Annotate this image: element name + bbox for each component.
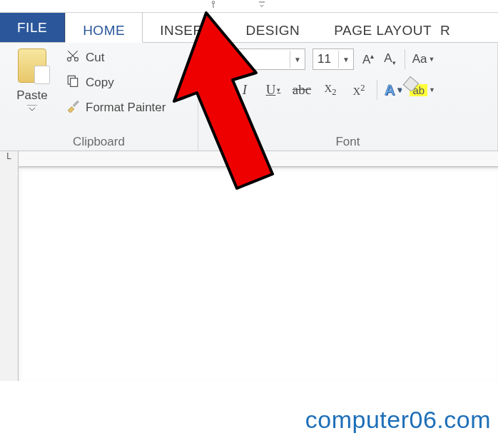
watermark-text: computer06.com (305, 406, 491, 434)
vertical-ruler[interactable] (0, 167, 19, 381)
superscript-button[interactable]: X2 (348, 83, 370, 98)
tab-file[interactable]: FILE (0, 13, 65, 42)
cut-button[interactable]: Cut (66, 49, 166, 66)
tab-references-partial[interactable]: R (436, 13, 450, 42)
chevron-down-icon: ▼ (429, 86, 435, 93)
grow-font-button[interactable]: A▴ (361, 52, 375, 67)
italic-button[interactable]: I (234, 82, 255, 98)
quick-access-toolbar (0, 0, 498, 13)
font-group-label: Font (205, 132, 490, 149)
highlighter-icon: ab (410, 84, 427, 96)
svg-rect-4 (71, 78, 78, 87)
document-area (0, 167, 498, 381)
paste-label: Paste (16, 88, 47, 103)
tab-page-layout[interactable]: PAGE LAYOUT (317, 13, 436, 42)
strikethrough-button[interactable]: abc (291, 82, 312, 98)
touch-mode-icon[interactable] (207, 0, 220, 12)
paintbrush-icon (66, 98, 80, 116)
change-case-button[interactable]: Aa ▼ (412, 52, 435, 66)
highlight-button[interactable]: ab ▼ (410, 84, 435, 96)
format-painter-button[interactable]: Format Painter (66, 98, 166, 116)
group-clipboard: Paste Cut Copy (0, 43, 198, 151)
paste-icon (18, 49, 46, 83)
chevron-down-icon: ▼ (396, 86, 402, 93)
page-canvas[interactable] (19, 167, 498, 381)
svg-point-0 (212, 1, 215, 4)
separator (405, 49, 405, 69)
ruler-area: L (0, 151, 498, 167)
bold-button[interactable]: B (205, 82, 227, 98)
chevron-down-icon: ▼ (428, 56, 435, 63)
qat-dropdown-icon[interactable] (255, 0, 268, 12)
format-painter-label: Format Painter (86, 101, 166, 115)
font-size-value: 11 (313, 51, 339, 68)
tab-stop-selector[interactable]: L (0, 151, 19, 167)
chevron-down-icon: ▾ (277, 86, 280, 93)
tab-design[interactable]: DESIGN (228, 13, 317, 42)
copy-button[interactable]: Copy (66, 73, 166, 91)
cut-label: Cut (86, 51, 104, 65)
ribbon-tabs: FILE HOME INSERT DESIGN PAGE LAYOUT R (0, 13, 498, 43)
subscript-button[interactable]: X2 (320, 83, 341, 98)
copy-icon (66, 73, 80, 91)
horizontal-ruler[interactable] (19, 151, 498, 167)
copy-label: Copy (86, 76, 114, 90)
tab-insert[interactable]: INSERT (143, 13, 228, 42)
tab-home[interactable]: HOME (65, 13, 143, 43)
font-name-combo[interactable]: ew Ro ▼ (205, 49, 305, 70)
underline-button[interactable]: U ▾ (263, 82, 284, 98)
chevron-down-icon[interactable]: ▼ (290, 56, 305, 63)
font-name-value: ew Ro (206, 51, 290, 68)
clipboard-group-label: Clipboard (7, 132, 190, 149)
scissors-icon (66, 49, 80, 66)
font-size-combo[interactable]: 11 ▼ (312, 49, 354, 70)
text-effects-button[interactable]: A ▼ (385, 82, 402, 98)
separator (377, 80, 377, 100)
paste-button[interactable]: Paste (7, 47, 57, 112)
paste-dropdown-icon[interactable] (26, 103, 39, 112)
ribbon: Paste Cut Copy (0, 43, 498, 151)
chevron-down-icon[interactable]: ▼ (339, 56, 353, 63)
group-font: ew Ro ▼ 11 ▼ A▴ A▾ Aa ▼ (198, 43, 498, 151)
shrink-font-button[interactable]: A▾ (382, 51, 397, 66)
